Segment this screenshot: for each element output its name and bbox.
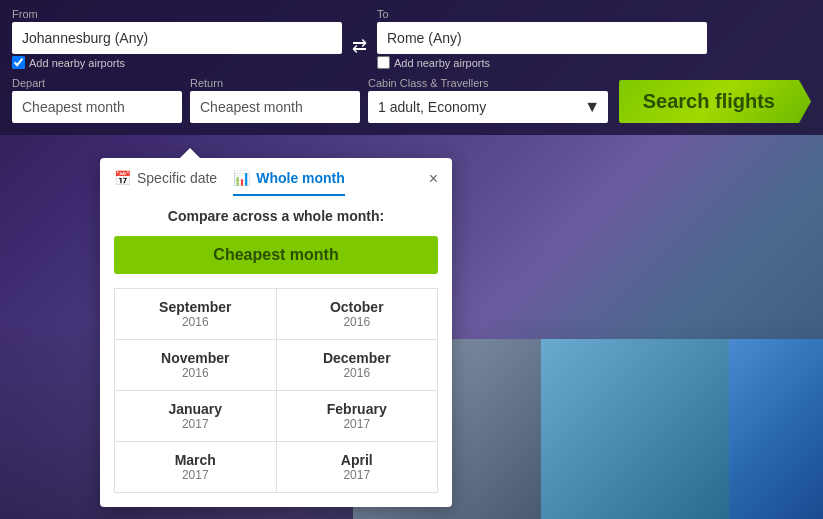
- depart-label: Depart: [12, 77, 182, 89]
- calendar-icon: 📅: [114, 170, 131, 186]
- swap-button[interactable]: ⇄: [348, 31, 371, 61]
- month-cell[interactable]: January2017: [115, 391, 277, 442]
- from-label: From: [12, 8, 342, 20]
- month-cell[interactable]: November2016: [115, 340, 277, 391]
- return-label: Return: [190, 77, 360, 89]
- tab-whole-month[interactable]: 📊 Whole month: [233, 170, 345, 196]
- popup-arrow: [180, 148, 200, 158]
- cabin-select-wrapper: 1 adult, Economy 1 adult, Business 1 adu…: [368, 91, 608, 123]
- date-picker-popup: 📅 Specific date 📊 Whole month × Compare …: [100, 158, 452, 507]
- close-button[interactable]: ×: [429, 170, 438, 196]
- compare-text: Compare across a whole month:: [114, 208, 438, 224]
- depart-input[interactable]: Cheapest month: [12, 91, 182, 123]
- cabin-label: Cabin Class & Travellers: [368, 77, 608, 89]
- month-grid: September2016October2016November2016Dece…: [114, 288, 438, 493]
- from-nearby-label: Add nearby airports: [29, 57, 125, 69]
- tab-specific-date[interactable]: 📅 Specific date: [114, 170, 217, 196]
- search-bar: From Add nearby airports ⇄ To Add nearby…: [0, 0, 823, 135]
- month-cell[interactable]: September2016: [115, 289, 277, 340]
- photo-thumbnail-2: [541, 339, 729, 519]
- from-nearby-checkbox[interactable]: [12, 56, 25, 69]
- cabin-select[interactable]: 1 adult, Economy 1 adult, Business 1 adu…: [368, 91, 608, 123]
- month-cell[interactable]: December2016: [277, 340, 439, 391]
- to-nearby-label: Add nearby airports: [394, 57, 490, 69]
- month-cell[interactable]: April2017: [277, 442, 439, 493]
- to-label: To: [377, 8, 707, 20]
- month-cell[interactable]: February2017: [277, 391, 439, 442]
- search-flights-button[interactable]: Search flights: [619, 80, 811, 123]
- to-input[interactable]: [377, 22, 707, 54]
- popup-header: 📅 Specific date 📊 Whole month ×: [100, 158, 452, 196]
- popup-content: Compare across a whole month: Cheapest m…: [100, 196, 452, 507]
- to-nearby-checkbox[interactable]: [377, 56, 390, 69]
- chart-icon: 📊: [233, 170, 250, 186]
- photo-thumbnail-3: [729, 339, 823, 519]
- from-input[interactable]: [12, 22, 342, 54]
- month-cell[interactable]: October2016: [277, 289, 439, 340]
- cheapest-month-button[interactable]: Cheapest month: [114, 236, 438, 274]
- month-cell[interactable]: March2017: [115, 442, 277, 493]
- return-input[interactable]: Cheapest month: [190, 91, 360, 123]
